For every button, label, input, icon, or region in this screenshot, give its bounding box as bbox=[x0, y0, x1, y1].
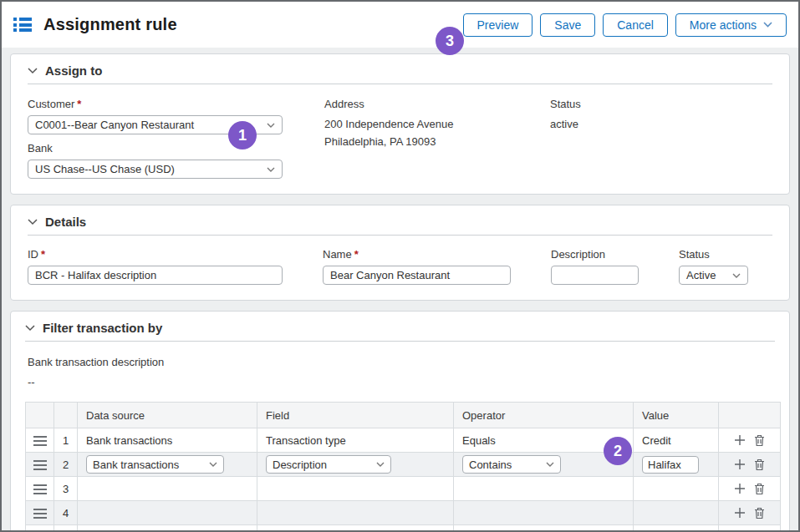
row-number: 4 bbox=[54, 501, 78, 525]
chevron-down-icon bbox=[28, 68, 38, 74]
delete-row-icon[interactable] bbox=[754, 507, 765, 519]
delete-row-icon[interactable] bbox=[754, 434, 765, 447]
table-header-row: Data source Field Operator Value bbox=[26, 403, 781, 428]
row-number-column-header bbox=[54, 403, 78, 428]
drag-column-header bbox=[26, 403, 54, 428]
bank-transaction-description-label: Bank transaction description bbox=[28, 356, 775, 368]
step-badge-2: 2 bbox=[604, 437, 632, 465]
row-number: 1 bbox=[54, 428, 78, 453]
add-row-icon[interactable] bbox=[734, 459, 746, 470]
value-cell: Credit bbox=[634, 428, 719, 453]
description-input[interactable] bbox=[558, 269, 631, 281]
add-row-icon[interactable] bbox=[734, 507, 746, 519]
bank-transaction-description-value: -- bbox=[28, 376, 775, 388]
bank-select[interactable]: US Chase--US Chase (USD) bbox=[28, 160, 283, 179]
assignment-rule-page: Assignment rule Preview Save Cancel More… bbox=[0, 0, 800, 532]
cancel-button[interactable]: Cancel bbox=[603, 13, 668, 37]
chevron-down-icon bbox=[376, 462, 385, 467]
table-row: 2 Bank transactions Description bbox=[26, 453, 781, 477]
chevron-down-icon bbox=[267, 167, 275, 172]
details-section: Details ID* Name* bbox=[10, 205, 790, 301]
description-label: Description bbox=[551, 248, 639, 261]
rule-status-select[interactable]: Active bbox=[679, 266, 748, 285]
drag-handle-icon[interactable] bbox=[33, 436, 47, 446]
page-body: Assign to Customer* C0001--Bear Canyon R… bbox=[2, 48, 798, 532]
value-column-header: Value bbox=[634, 403, 719, 428]
table-row: 4 bbox=[26, 501, 781, 525]
page-header: Assignment rule Preview Save Cancel More… bbox=[2, 2, 798, 48]
data-source-column-header: Data source bbox=[78, 403, 257, 428]
data-source-select[interactable]: Bank transactions bbox=[86, 455, 224, 474]
more-actions-label: More actions bbox=[690, 18, 757, 32]
rule-status-value: Active bbox=[686, 269, 716, 281]
list-icon[interactable] bbox=[13, 18, 32, 32]
required-asterisk: * bbox=[77, 98, 81, 110]
id-input[interactable] bbox=[35, 269, 275, 281]
preview-button[interactable]: Preview bbox=[463, 13, 533, 37]
customer-status-label: Status bbox=[550, 98, 581, 110]
row-number: 3 bbox=[54, 477, 78, 501]
page-title: Assignment rule bbox=[43, 15, 177, 34]
chevron-down-icon bbox=[28, 219, 38, 225]
operator-column-header: Operator bbox=[454, 403, 634, 428]
address-label: Address bbox=[324, 98, 508, 110]
details-header[interactable]: Details bbox=[28, 215, 772, 236]
field-select[interactable]: Description bbox=[266, 455, 391, 474]
bank-select-value: US Chase--US Chase (USD) bbox=[35, 163, 175, 175]
chevron-down-icon bbox=[546, 462, 554, 467]
chevron-down-icon bbox=[763, 22, 772, 28]
filter-section: Filter transaction by Bank transaction d… bbox=[10, 311, 790, 532]
table-row: 1 Bank transactions Transaction type Equ… bbox=[26, 428, 781, 453]
required-asterisk: * bbox=[41, 248, 45, 261]
assign-to-header[interactable]: Assign to bbox=[28, 63, 772, 84]
address-line1: 200 Independence Avenue bbox=[324, 115, 508, 133]
drag-handle-icon[interactable] bbox=[33, 509, 47, 519]
drag-handle-icon[interactable] bbox=[33, 484, 47, 494]
operator-select[interactable]: Contains bbox=[462, 455, 561, 474]
add-row-icon[interactable] bbox=[734, 483, 746, 494]
drag-handle-icon[interactable] bbox=[33, 460, 47, 470]
row-number: 5 bbox=[54, 525, 78, 532]
chevron-down-icon bbox=[267, 123, 275, 128]
customer-select-value: C0001--Bear Canyon Restaurant bbox=[35, 119, 194, 131]
required-asterisk: * bbox=[354, 248, 359, 261]
filter-header[interactable]: Filter transaction by bbox=[25, 321, 775, 342]
data-source-cell: Bank transactions bbox=[78, 428, 257, 453]
description-field-wrap bbox=[551, 266, 639, 285]
add-row-icon[interactable] bbox=[734, 434, 746, 446]
table-row: 3 bbox=[26, 477, 781, 501]
details-title: Details bbox=[45, 215, 86, 229]
filter-rules-table: Data source Field Operator Value 1 Bank … bbox=[25, 402, 781, 532]
actions-column-header bbox=[719, 403, 781, 428]
table-row: 5 bbox=[26, 525, 781, 532]
chevron-down-icon bbox=[209, 462, 217, 467]
customer-label: Customer* bbox=[28, 98, 283, 110]
assign-to-title: Assign to bbox=[45, 63, 102, 78]
name-field-wrap bbox=[323, 266, 511, 285]
step-badge-3: 3 bbox=[436, 27, 464, 55]
chevron-down-icon bbox=[25, 325, 35, 332]
chevron-down-icon bbox=[732, 273, 741, 278]
id-label: ID* bbox=[28, 248, 283, 261]
assign-to-section: Assign to Customer* C0001--Bear Canyon R… bbox=[10, 53, 790, 195]
field-column-header: Field bbox=[257, 403, 454, 428]
value-input[interactable] bbox=[642, 456, 699, 474]
step-badge-1: 1 bbox=[228, 121, 257, 149]
field-cell: Transaction type bbox=[257, 428, 454, 453]
more-actions-button[interactable]: More actions bbox=[675, 13, 787, 37]
save-button[interactable]: Save bbox=[540, 13, 595, 37]
customer-status-value: active bbox=[550, 115, 581, 133]
delete-row-icon[interactable] bbox=[754, 483, 765, 495]
name-input[interactable] bbox=[330, 269, 503, 281]
name-label: Name* bbox=[323, 248, 511, 261]
address-line2: Philadelphia, PA 19093 bbox=[324, 133, 508, 150]
delete-row-icon[interactable] bbox=[754, 459, 765, 471]
id-field-wrap bbox=[28, 266, 283, 285]
header-actions: Preview Save Cancel More actions bbox=[463, 13, 787, 37]
rule-status-label: Status bbox=[679, 248, 748, 261]
row-number: 2 bbox=[54, 453, 78, 477]
filter-title: Filter transaction by bbox=[43, 321, 162, 335]
